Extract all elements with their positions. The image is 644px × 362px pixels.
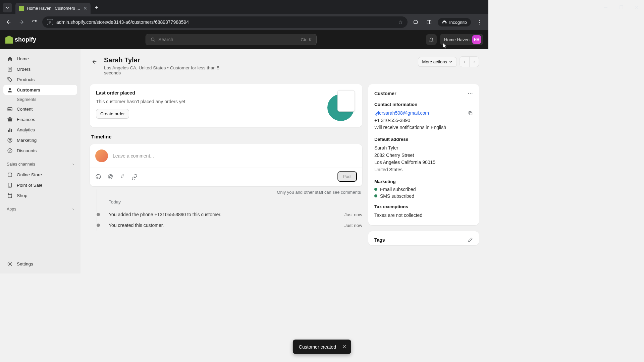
create-order-button[interactable]: Create order: [96, 109, 129, 119]
shopify-logo[interactable]: shopify: [5, 36, 36, 44]
gear-icon: [7, 261, 13, 267]
finances-icon: [7, 116, 13, 122]
prev-record-button[interactable]: ‹: [460, 57, 469, 67]
sidebar-item-products[interactable]: Products: [3, 74, 77, 84]
incognito-label: Incognito: [449, 20, 467, 25]
svg-rect-10: [11, 129, 12, 132]
user-avatar: [95, 149, 108, 162]
status-dot-icon: [374, 194, 377, 197]
svg-rect-0: [414, 21, 418, 23]
sidebar-item-customers[interactable]: Customers: [3, 85, 77, 95]
store-icon: [7, 172, 13, 178]
next-record-button[interactable]: ›: [469, 57, 479, 67]
browser-tab-strip: Home Haven · Customers · Sar ✕ + ─ ❐ ✕: [0, 0, 488, 14]
chevron-down-icon: [449, 61, 452, 63]
chevron-right-icon: ›: [72, 162, 74, 167]
sidebar-item-discounts[interactable]: Discounts: [3, 145, 77, 156]
sidebar-item-settings[interactable]: Settings: [3, 259, 77, 269]
addr-country: United States: [374, 166, 473, 174]
page-back-button[interactable]: [90, 57, 99, 66]
emoji-icon[interactable]: [95, 174, 101, 180]
svg-point-19: [97, 176, 98, 176]
mention-icon[interactable]: @: [107, 174, 113, 180]
timeline-dot: [95, 222, 101, 228]
sidebar-sub-segments[interactable]: Segments: [3, 95, 77, 104]
store-avatar: HH: [472, 35, 481, 44]
customer-phone: +1 310-555-3890: [374, 117, 473, 124]
customer-card-title: Customer: [374, 91, 396, 96]
sidebar-item-marketing[interactable]: Marketing: [3, 135, 77, 145]
shopify-favicon: [19, 6, 24, 11]
tab-search-button[interactable]: [3, 3, 12, 12]
panel-icon[interactable]: [424, 17, 434, 27]
bookmark-icon[interactable]: ☆: [398, 19, 403, 25]
sidebar-item-home[interactable]: Home: [3, 54, 77, 64]
analytics-icon: [7, 127, 13, 133]
sidebar-item-analytics[interactable]: Analytics: [3, 125, 77, 135]
apps-header[interactable]: Apps›: [3, 204, 77, 214]
site-info-icon[interactable]: [47, 19, 53, 25]
sidebar-item-content[interactable]: Content: [3, 104, 77, 114]
timeline-title: Timeline: [90, 134, 362, 139]
svg-rect-9: [9, 128, 10, 132]
timeline-entry: You added the phone +13105553890 to this…: [97, 209, 362, 220]
search-placeholder: Search: [158, 37, 173, 42]
browser-tab[interactable]: Home Haven · Customers · Sar ✕: [15, 3, 91, 14]
browser-menu-icon[interactable]: ⋮: [475, 17, 484, 27]
post-button[interactable]: Post: [337, 171, 357, 182]
svg-rect-21: [470, 112, 472, 115]
timeline-section: Timeline Leave a comment... @ # Post: [90, 134, 362, 231]
sales-channels-header[interactable]: Sales channels›: [3, 159, 77, 169]
notifications-button[interactable]: [426, 34, 437, 45]
addr-street: 2082 Cherry Street: [374, 152, 473, 159]
svg-point-16: [9, 186, 10, 186]
customer-email[interactable]: tylersarah508@gmail.com: [374, 110, 429, 117]
address-bar[interactable]: admin.shopify.com/store/de8143-a6/custom…: [42, 16, 408, 28]
sidebar: Home Orders Products Customers Segments …: [0, 49, 80, 274]
orders-icon: [7, 66, 13, 72]
pos-icon: [7, 182, 13, 188]
back-button[interactable]: [4, 17, 13, 27]
forward-button[interactable]: [17, 17, 26, 27]
extensions-icon[interactable]: [411, 17, 420, 27]
sidebar-channel-shop[interactable]: Shop: [3, 190, 77, 200]
edit-tags-icon[interactable]: [468, 237, 473, 242]
close-tab-icon[interactable]: ✕: [83, 6, 87, 11]
timeline-entry-text: You added the phone +13105553890 to this…: [109, 212, 338, 217]
search-input[interactable]: Search Ctrl K: [146, 34, 317, 45]
timeline-entry-text: You created this customer.: [109, 223, 338, 228]
sidebar-channel-pos[interactable]: Point of Sale: [3, 180, 77, 190]
new-tab-button[interactable]: +: [92, 3, 101, 12]
bell-icon: [429, 37, 434, 42]
customer-menu-icon[interactable]: ⋯: [468, 90, 473, 97]
incognito-badge[interactable]: Incognito: [438, 18, 471, 26]
svg-rect-8: [8, 130, 9, 132]
comment-visibility-note: Only you and other staff can see comment…: [90, 186, 362, 195]
hashtag-icon[interactable]: #: [119, 174, 125, 180]
reload-button[interactable]: [30, 17, 39, 27]
search-shortcut: Ctrl K: [301, 37, 312, 42]
page-subtitle: Los Angeles CA, United States • Customer…: [104, 65, 225, 75]
logo-text: shopify: [15, 36, 36, 43]
svg-rect-1: [427, 20, 431, 24]
link-icon[interactable]: [131, 174, 138, 180]
svg-point-4: [8, 78, 9, 79]
last-order-title: Last order placed: [96, 90, 320, 96]
svg-point-2: [151, 38, 154, 41]
svg-point-20: [99, 176, 100, 176]
sidebar-item-finances[interactable]: Finances: [3, 114, 77, 124]
browser-toolbar: admin.shopify.com/store/de8143-a6/custom…: [0, 14, 488, 30]
timeline-entry-time: Just now: [344, 212, 362, 217]
shop-icon: [7, 192, 13, 198]
copy-icon[interactable]: [468, 111, 473, 116]
store-menu[interactable]: Home Haven HH: [440, 34, 483, 45]
comment-input[interactable]: Leave a comment...: [113, 153, 357, 159]
sidebar-item-orders[interactable]: Orders: [3, 64, 77, 74]
tags-card: Tags: [368, 231, 479, 245]
more-actions-button[interactable]: More actions: [418, 57, 457, 67]
sidebar-channel-online-store[interactable]: Online Store: [3, 170, 77, 180]
last-order-desc: This customer hasn't placed any orders y…: [96, 99, 320, 104]
last-order-card: Last order placed This customer hasn't p…: [90, 84, 362, 127]
comment-box: Leave a comment... @ # Post: [90, 144, 362, 186]
order-illustration: [325, 90, 356, 121]
